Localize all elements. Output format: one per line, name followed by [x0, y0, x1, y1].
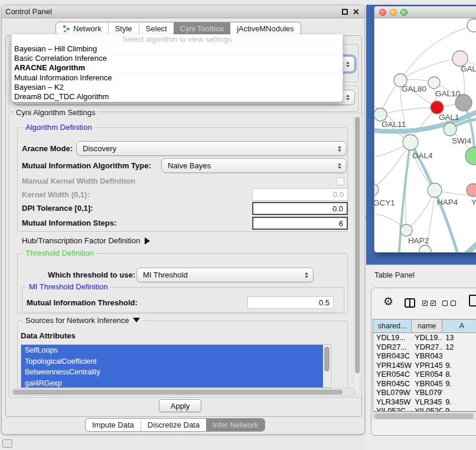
node-label: HAP2	[408, 236, 429, 245]
network-view-window[interactable]: GALGAL80GAL10GAL1GAL11SWI4GAL4GCY1HAP4YH…	[374, 6, 476, 253]
document-icon[interactable]	[469, 295, 476, 306]
network-node-hap4[interactable]	[428, 183, 442, 197]
network-node[interactable]	[419, 245, 431, 253]
table-horizontal-scrollbar[interactable]	[373, 412, 476, 419]
control-panel-titlebar[interactable]: Control Panel ✕	[2, 5, 364, 18]
network-node-y[interactable]	[467, 184, 476, 197]
settings-vertical-scrollbar[interactable]	[353, 115, 360, 395]
table-cell: 9.	[442, 406, 476, 412]
network-window-titlebar[interactable]	[374, 6, 476, 18]
network-node-gal1[interactable]	[431, 101, 444, 114]
control-panel-window: Control Panel ✕ Network Style Select Cyn…	[1, 5, 365, 435]
attribute-list-item[interactable]: gal4RGexp	[21, 378, 323, 389]
network-node-swi4[interactable]	[444, 123, 457, 136]
table-row[interactable]: YBR045CYBR045C9.	[373, 379, 476, 389]
node-label: Y	[471, 198, 476, 207]
column-header[interactable]: A	[442, 319, 476, 333]
network-canvas[interactable]: GALGAL80GAL10GAL1GAL11SWI4GAL4GCY1HAP4YH…	[374, 18, 476, 253]
table-cell: YPR145W	[412, 361, 442, 370]
close-traffic-light-icon[interactable]	[379, 9, 386, 16]
attribute-list-item[interactable]: TopologicalCoefficient	[21, 356, 323, 367]
close-icon[interactable]: ✕	[353, 6, 360, 18]
table-cell: YDR27...	[373, 343, 412, 352]
attributes-list-scrollbar[interactable]	[324, 345, 330, 387]
tab-impute-data[interactable]: Impute Data	[86, 419, 141, 431]
table-row[interactable]: YER054CYER054C8.	[373, 370, 476, 379]
mi-steps-field[interactable]: 6	[252, 217, 348, 230]
mi-threshold-field[interactable]: 0.5	[247, 296, 334, 309]
algorithm-option[interactable]: Dream8 DC_TDC Algorithm	[12, 92, 343, 102]
network-node[interactable]	[465, 147, 476, 165]
attribute-list-item[interactable]: SelfLoops	[21, 345, 323, 356]
tab-style[interactable]: Style	[108, 22, 139, 35]
table-panel-title: Table Panel	[374, 270, 415, 279]
algorithm-option[interactable]: Bayesian – K2	[12, 83, 343, 92]
node-label: GAL11	[382, 120, 406, 129]
deselect-checkbox-icon[interactable]	[442, 301, 448, 306]
tab-cyni-toolbox[interactable]: Cyni Toolbox	[174, 22, 230, 35]
table-row[interactable]: YDL19...YDL19...13	[373, 333, 476, 343]
mi-type-combo[interactable]: Naive Bayes	[161, 158, 347, 173]
tab-network[interactable]: Network	[56, 22, 108, 35]
table-cell: YBR045C	[412, 379, 442, 389]
table-cell: YDL19...	[412, 333, 442, 343]
network-edge-thick[interactable]	[442, 236, 476, 253]
table-row[interactable]: YBR043CYBR043C	[373, 351, 476, 361]
which-threshold-combo[interactable]: MI Threshold	[136, 268, 314, 282]
table-cell: YLR345W	[373, 397, 412, 407]
minimized-panel-icon[interactable]	[2, 439, 12, 448]
select-all-checkbox-icon[interactable]: ✓	[422, 301, 428, 306]
tab-discretize-data[interactable]: Discretize Data	[141, 419, 206, 431]
column-header[interactable]: shared...	[373, 319, 412, 333]
algorithm-option[interactable]: Mutual Information Inference	[12, 73, 343, 83]
table-row[interactable]: YPR145WYPR145W9.	[373, 361, 476, 370]
table-row[interactable]: YDR27...YDR27...12	[373, 343, 476, 352]
table-row[interactable]: YLR345WYLR345W9.	[373, 397, 476, 407]
float-window-icon[interactable]	[342, 9, 348, 15]
network-node[interactable]	[428, 77, 440, 89]
tab-infer-network[interactable]: Infer Network	[206, 419, 265, 431]
table-cell: YER054C	[373, 370, 412, 379]
apply-button[interactable]: Apply	[159, 399, 201, 412]
settings-gear-icon[interactable]: ⚙	[383, 295, 393, 308]
collapsed-arrow-icon	[145, 237, 150, 244]
attribute-list-item[interactable]: BetweennessCentrality	[21, 367, 323, 378]
table-row[interactable]: YIL052CYIL052C9.	[373, 406, 476, 412]
aracne-mode-label: Aracne Mode:	[22, 141, 73, 156]
mi-steps-label: Mutual Information Steps:	[22, 217, 116, 230]
network-node[interactable]	[467, 19, 476, 32]
sources-group-title[interactable]: Sources for Network Inference	[23, 317, 142, 325]
kernel-width-field[interactable]: 0.0	[252, 188, 348, 201]
algorithm-option[interactable]: ARACNE Algorithm	[12, 63, 343, 73]
deselect-checkbox-icon[interactable]	[451, 301, 456, 306]
settings-horizontal-scrollbar[interactable]	[11, 388, 356, 396]
tab-select[interactable]: Select	[139, 22, 174, 35]
zoom-traffic-light-icon[interactable]	[400, 9, 407, 16]
network-node-gcy1[interactable]	[374, 184, 379, 195]
aracne-mode-combo[interactable]: Discovery	[76, 141, 347, 156]
network-edge[interactable]	[380, 107, 437, 115]
minimize-traffic-light-icon[interactable]	[390, 9, 397, 16]
algorithm-option[interactable]: Basic Correlation Inference	[12, 54, 343, 63]
table-cell: YBR043C	[373, 351, 412, 361]
tab-jactivemnodules[interactable]: jActiveMNodules	[230, 22, 301, 35]
column-header[interactable]: name	[412, 319, 442, 333]
manual-kernel-checkbox[interactable]	[336, 177, 344, 185]
algorithm-option[interactable]: Bayesian – Hill Climbing	[12, 44, 343, 54]
select-all-checkbox-icon[interactable]: ✓	[431, 301, 436, 306]
mi-threshold-label: Mutual Information Threshold:	[27, 296, 138, 309]
hub-definition-toggle[interactable]: Hub/Transcription Factor Definition	[22, 236, 150, 246]
network-node-gal11[interactable]	[374, 108, 387, 121]
network-edge[interactable]	[400, 58, 460, 80]
dpi-tolerance-field[interactable]: 0.0	[252, 202, 348, 215]
spinner-icon	[305, 272, 308, 278]
table-row[interactable]: YBL079WYBL079W	[373, 388, 476, 397]
node-label: SWI4	[452, 136, 471, 145]
table-cell: YDR27...	[412, 343, 442, 352]
node-table: shared...nameA YDL19...YDL19...13YDR27..…	[373, 319, 476, 412]
network-node-gal4[interactable]	[403, 135, 418, 150]
data-attributes-list[interactable]: SelfLoopsTopologicalCoefficientBetweenne…	[21, 344, 331, 388]
split-view-icon[interactable]	[405, 298, 415, 308]
table-cell	[442, 388, 476, 397]
network-node-hap2[interactable]	[400, 224, 412, 236]
